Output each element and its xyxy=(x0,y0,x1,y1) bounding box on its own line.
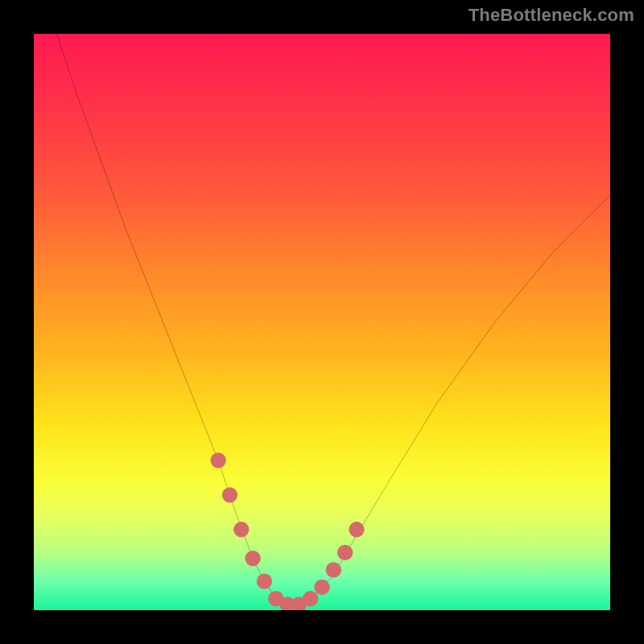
highlight-dot xyxy=(291,597,307,610)
highlight-dot xyxy=(303,591,318,606)
highlight-dot xyxy=(210,452,225,468)
plot-area xyxy=(34,34,610,610)
bottleneck-curve xyxy=(34,34,610,610)
highlight-dot xyxy=(326,562,341,577)
watermark-text: TheBottleneck.com xyxy=(469,5,634,26)
highlight-dot xyxy=(279,597,295,610)
highlight-dot xyxy=(222,487,237,502)
highlight-dot xyxy=(314,580,329,595)
highlight-dot xyxy=(233,522,249,537)
chart-frame: TheBottleneck.com xyxy=(0,0,644,644)
highlight-dot xyxy=(349,522,364,537)
highlight-dot xyxy=(268,591,283,606)
highlight-dot xyxy=(337,545,353,560)
curve-path xyxy=(57,34,610,605)
highlight-dot xyxy=(245,551,260,566)
highlight-dots xyxy=(210,452,364,610)
highlight-dot xyxy=(257,574,272,589)
